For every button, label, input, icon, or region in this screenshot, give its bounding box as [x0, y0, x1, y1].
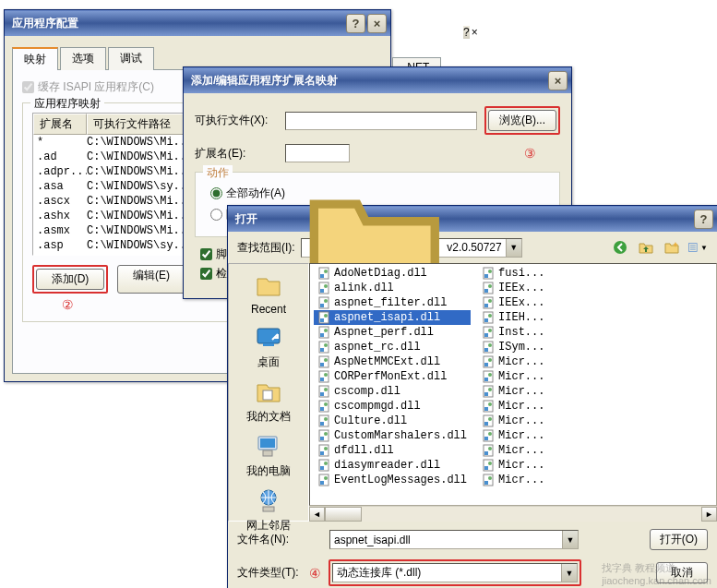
highlight-browse: 浏览(B)...	[484, 106, 560, 135]
file-item[interactable]: AspNetMMCExt.dll	[314, 354, 471, 369]
input-exe[interactable]	[285, 112, 477, 130]
file-item[interactable]: Micr...	[478, 443, 548, 458]
file-item[interactable]: aspnet_filter.dll	[314, 295, 471, 310]
file-item[interactable]: aspnet_rc.dll	[314, 340, 471, 354]
svg-rect-83	[484, 392, 488, 396]
close-button[interactable]: ×	[367, 14, 387, 33]
svg-rect-71	[484, 333, 488, 337]
highlight-add: 添加(D)	[32, 265, 108, 294]
scroll-thumb[interactable]	[325, 507, 362, 522]
hscroll[interactable]: ◄ ►	[309, 506, 717, 522]
file-item[interactable]: CORPerfMonExt.dll	[314, 369, 471, 384]
combo-filetype[interactable]: 动态连接库 (*.dll) ▼	[332, 563, 578, 582]
scroll-track[interactable]	[362, 507, 701, 522]
label-exe: 可执行文件(X):	[195, 113, 278, 128]
file-item[interactable]: fusi...	[478, 266, 548, 281]
edit-button[interactable]: 编辑(E)	[117, 265, 185, 294]
browse-button[interactable]: 浏览(B)...	[488, 110, 556, 131]
tab-options[interactable]: 选项	[60, 47, 106, 70]
svg-rect-35	[320, 378, 324, 381]
add-button[interactable]: 添加(D)	[36, 269, 104, 290]
file-item[interactable]: Micr...	[478, 399, 548, 414]
file-item[interactable]: Inst...	[478, 325, 548, 340]
file-item[interactable]: cscompmgd.dll	[314, 399, 471, 414]
cache-checkbox[interactable]	[22, 81, 34, 93]
svg-rect-80	[484, 378, 488, 381]
open-middle: Recent 桌面 我的文档 我的电脑 网上邻居 AdoNetDiag.dlla…	[228, 263, 717, 522]
tab-debug[interactable]: 调试	[108, 47, 154, 70]
file-item[interactable]: IIEH...	[478, 310, 548, 325]
svg-rect-14	[320, 274, 324, 278]
help-button-3[interactable]: ?	[694, 210, 713, 229]
place-mydocs[interactable]: 我的文档	[246, 376, 291, 426]
title-add-edit: 添加/编辑应用程序扩展名映射	[191, 73, 546, 89]
tab-mapping[interactable]: 映射	[12, 47, 58, 70]
window-open: 打开 ? 查找范围(I): v2.0.50727 ▼ ▼ Recent 桌面	[227, 205, 717, 588]
filename-value: aspnet_isapi.dll	[334, 534, 411, 546]
view-menu-icon[interactable]: ▼	[687, 237, 708, 258]
file-item[interactable]: CustomMarshalers.dll	[314, 428, 471, 443]
file-item[interactable]: Micr...	[478, 458, 548, 473]
new-folder-icon[interactable]	[662, 237, 682, 258]
svg-rect-53	[320, 466, 324, 470]
combo-lookin[interactable]: v2.0.50727 ▼	[301, 238, 522, 258]
radio-limit[interactable]	[210, 209, 222, 221]
file-item[interactable]: ISym...	[478, 340, 548, 354]
svg-point-66	[488, 299, 492, 303]
file-item[interactable]: IEEx...	[478, 281, 548, 295]
close-button-peek[interactable]: ×	[472, 26, 478, 39]
col-ext-header[interactable]: 扩展名	[33, 114, 87, 135]
svg-point-81	[488, 373, 492, 377]
label-filetype: 文件类型(T):	[237, 565, 302, 581]
file-item[interactable]: Micr...	[478, 428, 548, 443]
label-lookin: 查找范围(I):	[237, 240, 295, 256]
file-item[interactable]: cscomp.dll	[314, 384, 471, 399]
file-item[interactable]: Culture.dll	[314, 414, 471, 428]
file-item[interactable]: diasymreader.dll	[314, 458, 471, 473]
cache-label: 缓存 ISAPI 应用程序(C)	[38, 79, 154, 95]
watermark-bottom: jiaocheng.kan.chan.com	[602, 575, 711, 586]
help-button[interactable]: ?	[346, 14, 365, 33]
check-script[interactable]	[200, 248, 212, 260]
combo-filename[interactable]: aspnet_isapi.dll ▼	[329, 530, 579, 549]
svg-rect-20	[320, 304, 324, 307]
file-item[interactable]: Micr...	[478, 384, 548, 399]
file-item[interactable]: Micr...	[478, 414, 548, 428]
svg-point-102	[488, 476, 492, 480]
input-ext[interactable]	[285, 144, 350, 162]
svg-rect-32	[320, 363, 324, 366]
file-item[interactable]: IEEx...	[478, 295, 548, 310]
check-verify[interactable]	[200, 268, 212, 280]
file-item[interactable]: Micr...	[478, 369, 548, 384]
combo-filename-btn[interactable]: ▼	[562, 531, 578, 548]
combo-filetype-btn[interactable]: ▼	[561, 564, 577, 582]
file-item[interactable]: aspnet_isapi.dll	[314, 310, 471, 325]
close-button-2[interactable]: ×	[548, 71, 568, 90]
scroll-right[interactable]: ►	[701, 507, 717, 522]
place-mycomp[interactable]: 我的电脑	[246, 430, 291, 481]
place-desktop[interactable]: 桌面	[254, 321, 283, 372]
file-item[interactable]: EventLogMessages.dll	[314, 473, 471, 487]
file-item[interactable]: Aspnet_perf.dll	[314, 325, 471, 340]
row-exe: 可执行文件(X): 浏览(B)...	[195, 106, 560, 135]
place-recent[interactable]: Recent	[251, 270, 286, 318]
row-filename: 文件名(N): aspnet_isapi.dll ▼ 打开(O)	[237, 529, 708, 550]
file-item[interactable]: Micr...	[478, 354, 548, 369]
scroll-left[interactable]: ◄	[309, 507, 325, 522]
svg-point-15	[324, 270, 328, 273]
svg-rect-77	[484, 363, 488, 366]
svg-rect-10	[263, 450, 272, 456]
open-button[interactable]: 打开(O)	[650, 529, 708, 550]
file-item[interactable]: AdoNetDiag.dll	[314, 266, 471, 281]
file-item[interactable]: alink.dll	[314, 281, 471, 295]
file-list[interactable]: AdoNetDiag.dllalink.dllaspnet_filter.dll…	[309, 263, 717, 506]
back-icon[interactable]	[610, 237, 630, 258]
radio-all[interactable]	[210, 187, 222, 199]
file-item[interactable]: dfdll.dll	[314, 443, 471, 458]
up-folder-icon[interactable]	[636, 237, 656, 258]
svg-point-42	[324, 402, 328, 406]
file-item[interactable]: Micr...	[478, 473, 548, 487]
help-button-peek[interactable]: ?	[463, 26, 470, 39]
place-network[interactable]: 网上邻居	[246, 485, 291, 535]
combo-lookin-btn[interactable]: ▼	[506, 239, 521, 257]
